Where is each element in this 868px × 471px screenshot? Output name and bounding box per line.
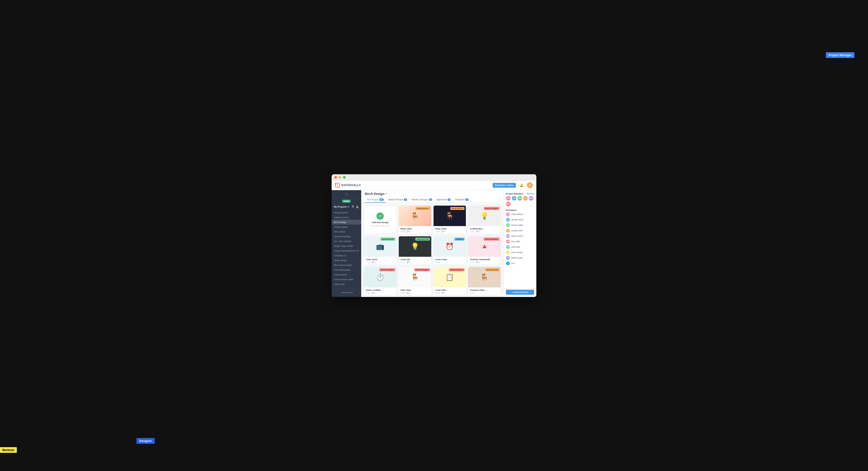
sidebar-item[interactable]: New project <box>332 229 361 234</box>
reviewer-item: MD Monica Dallas <box>506 223 534 227</box>
app-content: ✦ GOVISUALLY Schedule a demo 🔔 U ⌂ Canva… <box>332 181 536 297</box>
sidebar-item[interactable]: The Whitsundays <box>332 267 361 272</box>
add-new-design-card[interactable]: + Add New Design PNG, JPG, JPEG, PDF <box>364 206 397 234</box>
reviewers-section: Reviewers VM Vicky Mathew JS Jennifer Sh… <box>506 209 534 265</box>
notifications-icon[interactable]: 🔔 <box>519 182 524 188</box>
tab-needs-changes[interactable]: Needs Changes6 <box>409 197 434 203</box>
sidebar-item[interactable]: Project Bondi <box>332 272 361 277</box>
close-button[interactable] <box>334 176 337 178</box>
reviewer-name: Chris Hendric <box>511 251 523 254</box>
tab-approved[interactable]: Approved2 <box>434 197 453 203</box>
reviewer-avatar: JS <box>506 218 510 222</box>
reviewer-item: T Tom <box>506 261 534 265</box>
reviewer-name: William Butler <box>511 257 523 259</box>
sidebar-item[interactable]: Sunset Peach Label <box>332 277 361 282</box>
member-avatar: WM <box>529 196 534 201</box>
maximize-button[interactable] <box>343 176 345 178</box>
reviewer-avatar: MW <box>506 239 510 243</box>
title-bar <box>332 174 536 181</box>
invite-reviewers-button[interactable]: + Invite Reviewers <box>506 290 534 295</box>
design-card[interactable]: 🪑 Needs Review Ritas Chair ☐ V1 💬 4 <box>434 206 466 234</box>
reviewer-item: WM Wayne Martin <box>506 234 534 238</box>
member-avatar: MW <box>506 202 511 206</box>
card-title: Ritas Chair <box>435 228 464 230</box>
card-thumbnail: ⏰ Finalized <box>434 236 466 257</box>
sidebar-item[interactable]: Video Brief <box>332 282 361 287</box>
design-badge: Needs Changes <box>379 268 395 271</box>
manage-link[interactable]: Manage <box>527 193 534 195</box>
sidebar-item[interactable]: Studio Spoke <box>332 258 361 263</box>
design-badge: Needs Review <box>415 207 430 210</box>
sidebar-item[interactable]: Single Origin Coffee <box>332 243 361 248</box>
sidebar-item[interactable]: Orpheus Demo <box>332 215 361 220</box>
sidebar-item[interactable]: Unlimited Co <box>332 253 361 258</box>
card-thumbnail: 💡 Approved 1/10 <box>399 236 431 257</box>
add-card-title: Add New Design <box>372 221 389 224</box>
sidebar-item[interactable]: Blue Ocean Studio <box>332 263 361 267</box>
design-card[interactable]: 📋 Needs Changes Linas Otto ☐ V2 💬 1 <box>434 267 466 295</box>
design-card[interactable]: 💡 Approved 1/10 Linas Set ☐ V1 💬 1 <box>399 236 431 265</box>
lock-icon[interactable]: 🔒 <box>356 205 359 208</box>
logo-text: GOVISUALLY <box>341 183 361 187</box>
schedule-demo-button[interactable]: Schedule a demo <box>493 183 516 188</box>
content-title: Birch Design <box>365 192 384 196</box>
reviewer-avatar: MM <box>506 245 510 249</box>
reviewer-name: Mary Wills <box>511 240 520 243</box>
reviewer-name: Monica Dallas <box>511 224 523 226</box>
sidebar-item[interactable]: Birch Design <box>332 220 361 225</box>
design-card[interactable]: 🪑 Needs Changes UNA Chair ☐ V2 💬 2 <box>399 267 431 295</box>
design-grid: + Add New Design PNG, JPG, JPEG, PDF 🪑 N… <box>364 206 501 295</box>
projects-title: My Projects ▾ <box>334 206 349 208</box>
sidebar-item[interactable]: Project Dashboard-GV-V2 <box>332 248 361 253</box>
content-area: Birch Design ▾ All Designs13Needs Review… <box>361 190 503 297</box>
tab-finalized[interactable]: Finalized1 <box>453 197 471 203</box>
minimize-button[interactable] <box>339 176 341 178</box>
card-thumbnail: 🪑 Needs Review <box>399 206 431 226</box>
sidebar-list: Disrupt SportsOrpheus DemoBirch DesignMo… <box>332 209 361 288</box>
reviewer-avatar: T <box>506 261 510 265</box>
tab-all-designs[interactable]: All Designs13 <box>365 197 386 203</box>
reviewer-name: Jennifer Shaw <box>511 218 523 221</box>
home-icon[interactable]: ⌂ <box>332 190 361 198</box>
sidebar-item[interactable]: Disrupt Sports <box>332 210 361 215</box>
reviewer-item: WB William Butler <box>506 256 534 260</box>
card-title: Creative Chair <box>470 289 499 291</box>
design-card[interactable]: 📺 Approved 8/10 Linas Crew ☐ V1 💬 2 <box>364 236 397 265</box>
design-card[interactable]: ⏱️ Needs Changes Zuiver Crafted ☐ V2 💬 1 <box>364 267 397 295</box>
reviewer-name: Tom <box>511 262 515 265</box>
reviewer-name: Vicky Mathew <box>511 213 523 215</box>
members-section-title: Project Members Manage <box>506 193 534 195</box>
design-card[interactable]: 🔺 Needs Changes Ceramic Handmade ☐ V4 💬 … <box>468 236 501 265</box>
reviewer-avatar: LG <box>506 229 510 233</box>
design-card[interactable]: 💡 Needs Changes Crafted Moo ☐ V3 💬 6 <box>468 206 501 234</box>
reviewer-avatar: VM <box>506 212 510 216</box>
reviewers-section-title: Reviewers <box>506 209 534 211</box>
sidebar-item[interactable]: Mobile-Splash <box>332 225 361 229</box>
main-layout: ⌂ Canva My Projects ▾ 🔍 🔒 Disrupt Sports… <box>332 190 536 297</box>
design-badge: Needs Review <box>451 207 464 210</box>
add-card-subtitle: PNG, JPG, JPEG, PDF <box>371 225 390 227</box>
search-icon[interactable]: 🔍 <box>352 205 355 208</box>
tab-needs-review[interactable]: Needs Review4 <box>386 197 409 203</box>
reviewer-avatar: WB <box>506 256 510 260</box>
title-dropdown-icon[interactable]: ▾ <box>386 193 387 195</box>
design-card[interactable]: 🪑 Needs Review Ritas Chair ☐ V3 💬 4 <box>399 206 431 234</box>
user-avatar[interactable]: U <box>527 182 533 188</box>
card-title: Linas Set <box>401 258 429 261</box>
design-card[interactable]: 🪑 Needs Review Creative Chair ☐ V1 <box>468 267 501 295</box>
design-badge: Needs Changes <box>414 268 430 271</box>
app-window: ✦ GOVISUALLY Schedule a demo 🔔 U ⌂ Canva… <box>332 174 536 297</box>
sidebar: ⌂ Canva My Projects ▾ 🔍 🔒 Disrupt Sports… <box>332 190 361 297</box>
card-thumbnail: 📋 Needs Changes <box>434 267 466 288</box>
content-header: Birch Design ▾ All Designs13Needs Review… <box>361 190 503 203</box>
sidebar-footer: + New Project <box>332 288 361 297</box>
sidebar-item[interactable]: Juniper Branding <box>332 234 361 239</box>
card-title: Linas Crew <box>435 258 464 261</box>
new-project-button[interactable]: + New Project <box>334 290 360 295</box>
sidebar-item[interactable]: GV - New website <box>332 239 361 243</box>
member-avatar: VM <box>506 196 511 201</box>
design-card[interactable]: ⏰ Finalized Linas Crew ☐ V1 <box>434 236 466 265</box>
card-title: Ceramic Handmade <box>470 258 499 261</box>
content-title-row: Birch Design ▾ <box>365 192 500 196</box>
reviewer-item: MW Mary Wills <box>506 239 534 243</box>
